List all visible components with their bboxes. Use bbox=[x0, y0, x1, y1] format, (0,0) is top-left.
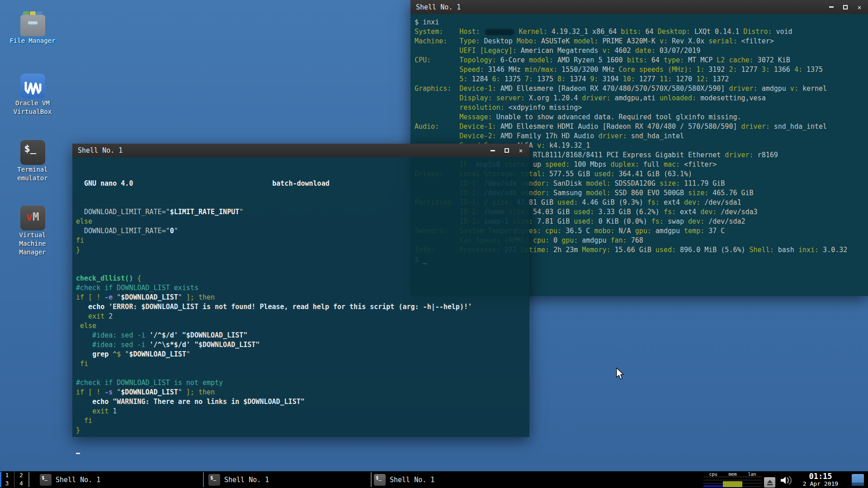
window-titlebar[interactable]: Shell No. 1 ✕ bbox=[410, 0, 868, 14]
nano-header: batch-download GNU nano 4.0 bbox=[76, 179, 529, 188]
clock-date: 2 Apr 2019 bbox=[800, 480, 841, 487]
workspace-cell-3[interactable]: 3 bbox=[0, 479, 14, 488]
nano-line: #check if DOWNLOAD_LIST exists bbox=[76, 283, 529, 293]
nano-line: check_dllist() { bbox=[76, 274, 529, 283]
mem-graph-label: mem bbox=[723, 472, 742, 477]
text-cursor bbox=[76, 448, 80, 454]
nano-editor[interactable]: batch-download GNU nano 4.0 DOWNLOAD_LIM… bbox=[72, 157, 529, 437]
terminal-line: Audio: Device-1: AMD Ellesmere HDMI Audi… bbox=[415, 122, 868, 131]
nano-line bbox=[76, 264, 529, 274]
icon-label: Virtual bbox=[18, 231, 47, 239]
terminal-line: System: Host: Kernel: 4.19.32_1 x86_64 b… bbox=[415, 27, 868, 37]
maximize-button[interactable] bbox=[842, 4, 849, 10]
panel-separator bbox=[28, 472, 29, 487]
icon-label: Oracle VM bbox=[14, 99, 51, 107]
terminal-line: UEFI [Legacy]: American Megatrends v: 46… bbox=[415, 46, 868, 56]
minimize-button[interactable] bbox=[828, 4, 835, 10]
terminal-line: Message: Unable to show advanced data. R… bbox=[415, 113, 868, 122]
system-monitor-graphs[interactable]: cpu mem lan bbox=[703, 471, 762, 488]
virtualbox-icon bbox=[20, 74, 45, 99]
task-button-shell-1[interactable]: $_ Shell No. 1 bbox=[40, 471, 100, 488]
terminal-line: Device-2: AMD Family 17h HD Audio driver… bbox=[415, 131, 868, 141]
nano-line: else bbox=[76, 217, 529, 226]
nano-line: echo "WARNING: There are no links in $DO… bbox=[76, 397, 529, 407]
terminal-line: 5: 1284 6: 1375 7: 1375 8: 1374 9: 3194 … bbox=[415, 75, 868, 84]
terminal-task-icon: $_ bbox=[208, 474, 220, 486]
terminal-icon: $_ bbox=[20, 140, 45, 165]
terminal-line: Machine: Type: Desktop Mobo: ASUSTeK mod… bbox=[415, 37, 868, 46]
nano-line bbox=[76, 369, 529, 378]
terminal-line: resolution: <xdpyinfo missing> bbox=[415, 103, 868, 113]
desktop-icon-virtualbox[interactable]: Oracle VM VirtualBox bbox=[5, 74, 60, 116]
icon-label: VirtualBox bbox=[12, 108, 53, 116]
terminal-window-nano: Shell No. 1 ✕ batch-download GNU nano 4.… bbox=[72, 144, 529, 437]
desktop-icon-virt-manager[interactable]: vM Virtual Machine Manager bbox=[5, 206, 60, 256]
workspace-cell-2[interactable]: 2 bbox=[14, 471, 28, 479]
nano-line bbox=[76, 445, 529, 454]
file-manager-icon bbox=[20, 11, 45, 36]
task-label: Shell No. 1 bbox=[390, 476, 434, 484]
panel-separator bbox=[371, 472, 372, 487]
task-label: Shell No. 1 bbox=[224, 476, 269, 484]
maximize-button[interactable] bbox=[504, 147, 510, 154]
cpu-graph-label: cpu bbox=[703, 472, 723, 477]
nano-line: DOWNLOAD_LIMIT_RATE="$LIMIT_RATE_INPUT" bbox=[76, 207, 529, 217]
workspace-pager[interactable]: 1234 bbox=[0, 471, 28, 488]
terminal-line: Display: server: X.org 1.20.4 driver: am… bbox=[415, 94, 868, 103]
icon-label: emulator bbox=[16, 174, 49, 182]
task-button-shell-3[interactable]: $_ Shell No. 1 bbox=[374, 471, 434, 488]
nano-line: } bbox=[76, 426, 529, 435]
desktop-wallpaper[interactable]: File Manager Oracle VM VirtualBox $_ Ter… bbox=[0, 0, 868, 488]
virt-manager-icon: vM bbox=[20, 206, 45, 230]
nano-line: echo 'ERROR: $DOWNLOAD_LIST is not found… bbox=[76, 302, 529, 312]
icon-label: Terminal bbox=[16, 166, 49, 174]
nano-line bbox=[76, 255, 529, 264]
window-title: Shell No. 1 bbox=[416, 3, 828, 11]
window-titlebar[interactable]: Shell No. 1 ✕ bbox=[72, 144, 529, 157]
panel-separator-active bbox=[203, 472, 204, 487]
window-title: Shell No. 1 bbox=[78, 146, 490, 155]
terminal-task-icon: $_ bbox=[40, 474, 52, 486]
workspace-cell-4[interactable]: 4 bbox=[14, 479, 28, 488]
clock-widget[interactable]: 01:15 2 Apr 2019 bbox=[800, 472, 841, 487]
nano-line: fi bbox=[76, 416, 529, 426]
minimize-button[interactable] bbox=[490, 147, 496, 154]
nano-line: else bbox=[76, 321, 529, 331]
workspace-cell-1[interactable]: 1 bbox=[0, 471, 14, 479]
cpu-graph[interactable]: cpu bbox=[703, 472, 723, 488]
task-button-shell-2[interactable]: $_ Shell No. 1 bbox=[208, 471, 269, 488]
icon-label: Manager bbox=[18, 249, 47, 256]
terminal-line: Graphics: Device-1: AMD Ellesmere [Radeo… bbox=[415, 84, 868, 94]
desktop-icon-file-manager[interactable]: File Manager bbox=[5, 11, 60, 45]
redacted-hostname bbox=[485, 29, 514, 35]
icon-label: File Manager bbox=[8, 37, 57, 45]
cpu-graph-fill bbox=[703, 485, 723, 487]
active-workspace-indicator bbox=[0, 472, 1, 487]
nano-line: DOWNLOAD_LIMIT_RATE="0" bbox=[76, 226, 529, 236]
mem-graph[interactable]: mem bbox=[723, 472, 742, 488]
nano-line: #idea: sed -i '/^\s*$/d' "$DOWNLOAD_LIST… bbox=[76, 340, 529, 350]
lan-graph[interactable]: lan bbox=[742, 472, 762, 488]
nano-line: } bbox=[76, 245, 529, 255]
clock-time: 01:15 bbox=[800, 472, 841, 480]
mem-graph-fill bbox=[723, 481, 742, 487]
terminal-task-icon: $_ bbox=[374, 474, 386, 486]
terminal-line: $ inxi bbox=[415, 18, 868, 27]
close-button[interactable]: ✕ bbox=[518, 147, 524, 154]
icon-label: Machine bbox=[18, 240, 47, 248]
taskbar-panel: 1234 $_ Shell No. 1 $_ Shell No. 1 $_ Sh… bbox=[0, 471, 868, 488]
nano-line: #idea: sed -i '/^$/d' "$DOWNLOAD_LIST" bbox=[76, 331, 529, 340]
lan-graph-label: lan bbox=[742, 472, 762, 477]
show-desktop-button[interactable] bbox=[852, 474, 864, 486]
removable-media-icon[interactable] bbox=[764, 477, 775, 488]
volume-icon[interactable] bbox=[780, 475, 796, 487]
nano-line: #check if DOWNLOAD_LIST is not empty bbox=[76, 378, 529, 388]
task-label: Shell No. 1 bbox=[56, 476, 100, 484]
close-button[interactable]: ✕ bbox=[856, 4, 863, 10]
mouse-cursor bbox=[616, 368, 624, 381]
nano-line: if [ ! -s "$DOWNLOAD_LIST" ]; then bbox=[76, 388, 529, 397]
nano-line: fi bbox=[76, 236, 529, 245]
nano-line: grep ^$ "$DOWNLOAD_LIST" bbox=[76, 350, 529, 359]
nano-line: fi bbox=[76, 359, 529, 369]
desktop-icon-terminal[interactable]: $_ Terminal emulator bbox=[5, 140, 60, 182]
